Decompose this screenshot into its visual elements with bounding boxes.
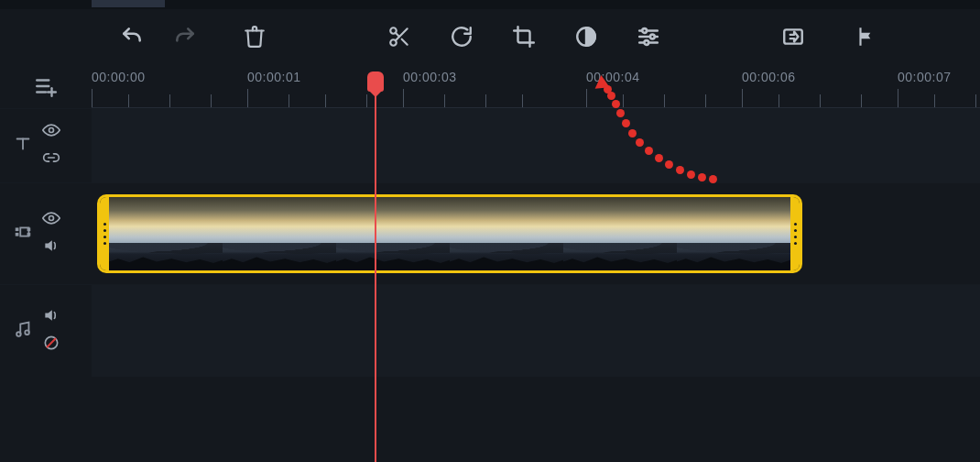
export-frame-icon	[781, 25, 805, 49]
svg-point-25	[49, 216, 54, 221]
track-audio-mute-indicator[interactable]	[42, 334, 60, 356]
track-video-gutter	[0, 183, 92, 284]
export-frame-button[interactable]	[776, 19, 811, 54]
clip-thumbnail	[677, 197, 790, 270]
track-audio-gutter	[0, 285, 92, 377]
ruler-label: 00:00:07	[898, 70, 952, 84]
track-text	[0, 108, 980, 182]
adjust-button[interactable]	[631, 19, 666, 54]
ruler-tick	[325, 94, 326, 107]
mute-icon	[42, 334, 60, 352]
svg-line-3	[402, 39, 408, 45]
ruler-tick	[779, 94, 779, 107]
ruler-tick	[289, 94, 289, 107]
tracks-area	[0, 108, 980, 377]
redo-icon	[173, 25, 197, 49]
svg-point-18	[49, 128, 54, 133]
ruler-tick-major	[92, 89, 93, 107]
timeline-toolbar	[0, 9, 980, 64]
ruler-label: 00:00:04	[586, 70, 640, 84]
track-text-gutter	[0, 109, 92, 182]
playhead-handle[interactable]	[367, 72, 384, 92]
track-text-visibility-toggle[interactable]	[42, 121, 60, 143]
svg-line-29	[47, 338, 56, 347]
track-video-visibility-toggle[interactable]	[42, 209, 60, 231]
track-audio	[0, 284, 980, 377]
split-button[interactable]	[382, 19, 417, 54]
ruler-tick-major	[586, 89, 587, 107]
clip-thumbnail	[336, 197, 450, 270]
audio-track-icon	[13, 319, 33, 343]
redo-button[interactable]	[168, 19, 202, 54]
svg-rect-23	[27, 227, 31, 231]
ruler-tick	[211, 94, 212, 107]
marker-button[interactable]	[849, 19, 884, 54]
timeline-ruler-row: 00:00:0000:00:0100:00:0300:00:0400:00:06…	[0, 64, 980, 108]
svg-point-26	[16, 332, 21, 336]
ruler-label: 00:00:06	[742, 70, 796, 84]
ruler-tick	[444, 94, 445, 107]
color-button[interactable]	[569, 19, 604, 54]
clip-handle-right[interactable]	[790, 197, 800, 270]
ruler-tick	[128, 94, 129, 107]
text-track-icon	[13, 134, 33, 158]
ruler-tick	[820, 94, 821, 107]
svg-rect-24	[27, 233, 31, 236]
ruler-tick	[861, 94, 862, 107]
crop-icon	[512, 25, 536, 49]
svg-point-11	[644, 40, 648, 45]
ruler-tick	[623, 94, 624, 107]
ruler-tick	[169, 94, 170, 107]
clip-thumbnail	[563, 197, 677, 270]
clip-thumbnail	[450, 197, 563, 270]
svg-point-10	[650, 35, 655, 39]
undo-icon	[120, 25, 144, 49]
svg-point-9	[642, 28, 647, 33]
ruler-tick	[664, 94, 665, 107]
clip-thumbnail	[109, 197, 223, 270]
svg-point-27	[25, 330, 29, 335]
track-video-audio-toggle[interactable]	[42, 236, 60, 258]
delete-button[interactable]	[237, 19, 272, 54]
ruler-tick	[485, 94, 486, 107]
music-icon	[13, 319, 33, 339]
flag-icon	[855, 25, 878, 49]
track-audio-toggle[interactable]	[42, 306, 60, 328]
add-track-icon	[34, 74, 58, 98]
svg-rect-20	[16, 227, 19, 231]
crop-button[interactable]	[506, 19, 541, 54]
ruler-tick	[934, 94, 935, 107]
timeline-ruler[interactable]: 00:00:0000:00:0100:00:0300:00:0400:00:06…	[92, 64, 980, 108]
speaker-icon	[42, 236, 60, 255]
ruler-tick	[975, 94, 976, 107]
video-clip[interactable]	[97, 194, 802, 273]
active-tab-indicator	[92, 0, 165, 7]
ruler-tick	[705, 94, 706, 107]
sliders-icon	[637, 25, 660, 49]
clip-thumbnails	[109, 197, 790, 270]
panel-tab-strip	[0, 0, 980, 9]
undo-button[interactable]	[114, 19, 149, 54]
track-video-lane[interactable]	[92, 183, 980, 284]
clip-handle-left[interactable]	[100, 197, 109, 270]
ruler-tick-major	[403, 89, 404, 107]
rotate-icon	[450, 25, 474, 49]
track-video	[0, 182, 980, 284]
track-audio-lane[interactable]	[92, 285, 980, 377]
ruler-label: 00:00:01	[247, 70, 301, 84]
track-text-lane[interactable]	[92, 109, 980, 182]
filmstrip-icon	[13, 222, 33, 242]
trash-icon	[243, 25, 267, 49]
svg-line-4	[396, 33, 399, 37]
svg-rect-21	[16, 233, 19, 236]
ruler-label: 00:00:03	[403, 70, 457, 84]
rotate-button[interactable]	[444, 19, 479, 54]
ruler-tick-major	[742, 89, 743, 107]
eye-icon	[42, 121, 60, 139]
ruler-tick	[366, 94, 367, 107]
add-track-button[interactable]	[0, 64, 92, 108]
speaker-icon	[42, 306, 60, 324]
ruler-tick	[522, 94, 523, 107]
link-icon	[42, 148, 60, 167]
track-text-link-toggle[interactable]	[42, 148, 60, 170]
